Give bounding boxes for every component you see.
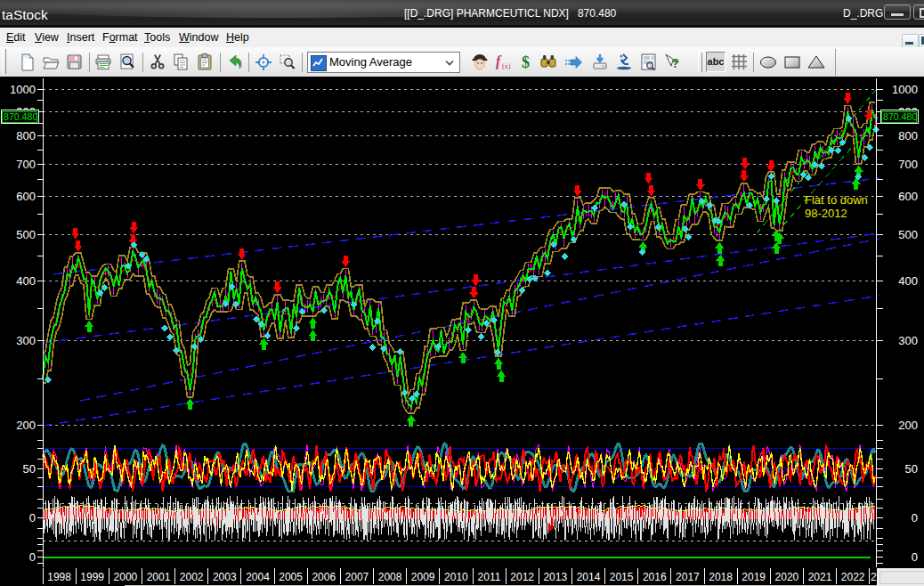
svg-text:?: ? <box>671 55 679 70</box>
svg-text:50: 50 <box>23 462 36 476</box>
svg-text:2001: 2001 <box>147 571 171 583</box>
svg-text:2004: 2004 <box>246 571 270 583</box>
svg-text:2000: 2000 <box>114 571 138 583</box>
svg-text:600: 600 <box>898 190 918 203</box>
svg-text:2009: 2009 <box>411 571 435 583</box>
svg-text:2006: 2006 <box>312 571 336 583</box>
svg-text:2011: 2011 <box>478 571 501 583</box>
svg-text:(x): (x) <box>502 62 511 70</box>
svg-text:2008: 2008 <box>378 571 402 583</box>
svg-text:500: 500 <box>898 228 918 241</box>
svg-text:50: 50 <box>905 462 918 476</box>
svg-text:2022: 2022 <box>841 571 865 583</box>
svg-text:870.480: 870.480 <box>883 111 917 122</box>
svg-text:0: 0 <box>29 511 36 525</box>
svg-text:1000: 1000 <box>892 83 918 96</box>
svg-text:98-2012: 98-2012 <box>805 207 847 220</box>
svg-text:600: 600 <box>16 190 36 203</box>
svg-text:0: 0 <box>912 550 918 564</box>
svg-text:1999: 1999 <box>80 571 104 583</box>
svg-text:2003: 2003 <box>213 571 237 583</box>
svg-text:2010: 2010 <box>444 571 468 583</box>
svg-text:300: 300 <box>16 334 36 347</box>
svg-text:2005: 2005 <box>279 571 303 583</box>
svg-text:400: 400 <box>16 274 36 288</box>
svg-text:700: 700 <box>16 158 36 171</box>
svg-text:800: 800 <box>898 129 918 142</box>
svg-text:2021: 2021 <box>808 571 832 583</box>
svg-text:200: 200 <box>898 419 918 432</box>
svg-text:2019: 2019 <box>742 571 766 583</box>
svg-text:2014: 2014 <box>577 571 601 583</box>
svg-text:2017: 2017 <box>676 571 700 583</box>
svg-text:0: 0 <box>29 550 36 564</box>
svg-text:700: 700 <box>898 158 918 171</box>
svg-text:2013: 2013 <box>543 571 567 583</box>
svg-text:$: $ <box>522 53 530 71</box>
svg-text:500: 500 <box>16 228 36 241</box>
svg-text:2020: 2020 <box>775 571 799 583</box>
svg-text:2016: 2016 <box>643 571 667 583</box>
svg-text:2018: 2018 <box>709 571 733 583</box>
svg-text:1000: 1000 <box>10 83 36 96</box>
svg-text:2002: 2002 <box>180 571 204 583</box>
svg-text:2: 2 <box>871 571 877 583</box>
svg-text:Flat to down: Flat to down <box>805 193 868 207</box>
svg-text:2012: 2012 <box>510 571 534 583</box>
svg-text:2015: 2015 <box>610 571 634 583</box>
svg-text:0: 0 <box>912 511 918 525</box>
svg-text:800: 800 <box>16 129 36 142</box>
svg-text:1998: 1998 <box>47 571 71 583</box>
svg-text:300: 300 <box>898 334 918 347</box>
svg-text:400: 400 <box>898 274 918 288</box>
svg-text:870.480: 870.480 <box>4 111 37 122</box>
svg-text:f: f <box>496 53 502 69</box>
svg-text:2007: 2007 <box>345 571 369 583</box>
svg-text:200: 200 <box>16 419 36 432</box>
